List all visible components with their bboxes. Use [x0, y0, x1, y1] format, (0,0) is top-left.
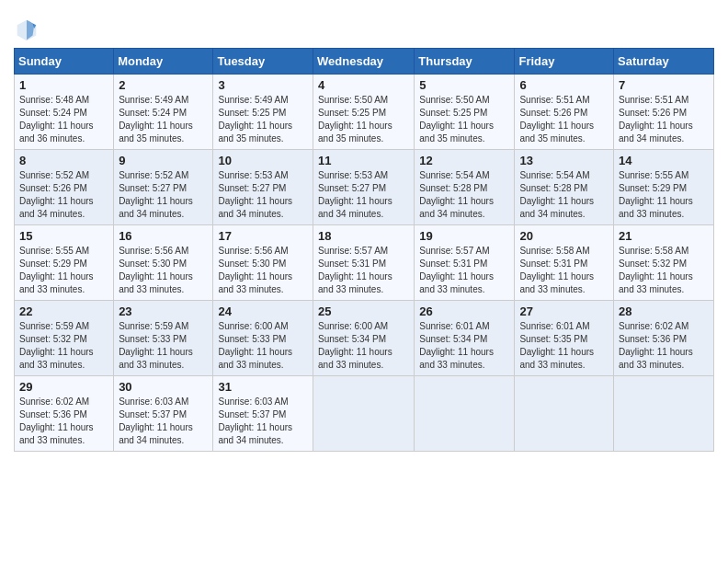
day-number: 5 [419, 78, 509, 92]
calendar-day-cell: 14Sunrise: 5:55 AMSunset: 5:29 PMDayligh… [614, 150, 714, 225]
day-number: 15 [19, 229, 108, 243]
day-info: Sunrise: 6:03 AMSunset: 5:37 PMDaylight:… [119, 396, 208, 447]
logo [14, 17, 43, 42]
day-info: Sunrise: 5:56 AMSunset: 5:30 PMDaylight:… [218, 245, 308, 296]
calendar-week-row: 8Sunrise: 5:52 AMSunset: 5:26 PMDaylight… [15, 150, 714, 225]
day-number: 13 [519, 154, 609, 167]
day-info: Sunrise: 5:48 AMSunset: 5:24 PMDaylight:… [19, 94, 108, 145]
calendar-day-cell: 27Sunrise: 6:01 AMSunset: 5:35 PMDayligh… [515, 301, 614, 376]
calendar-day-cell: 25Sunrise: 6:00 AMSunset: 5:34 PMDayligh… [313, 301, 415, 376]
day-info: Sunrise: 5:59 AMSunset: 5:32 PMDaylight:… [19, 320, 108, 372]
day-info: Sunrise: 5:55 AMSunset: 5:29 PMDaylight:… [19, 245, 108, 296]
day-number: 16 [119, 229, 208, 243]
calendar-day-cell: 13Sunrise: 5:54 AMSunset: 5:28 PMDayligh… [515, 150, 614, 225]
day-number: 10 [218, 154, 308, 167]
day-info: Sunrise: 5:52 AMSunset: 5:27 PMDaylight:… [119, 169, 208, 221]
calendar-day-cell: 2Sunrise: 5:49 AMSunset: 5:24 PMDaylight… [114, 75, 213, 150]
calendar-day-cell: 10Sunrise: 5:53 AMSunset: 5:27 PMDayligh… [213, 150, 313, 225]
day-info: Sunrise: 5:54 AMSunset: 5:28 PMDaylight:… [519, 169, 609, 221]
calendar-day-cell: 5Sunrise: 5:50 AMSunset: 5:25 PMDaylight… [415, 75, 515, 150]
day-number: 31 [218, 380, 308, 394]
day-info: Sunrise: 6:00 AMSunset: 5:34 PMDaylight:… [318, 320, 409, 372]
calendar-day-cell: 23Sunrise: 5:59 AMSunset: 5:33 PMDayligh… [114, 301, 213, 376]
day-info: Sunrise: 5:57 AMSunset: 5:31 PMDaylight:… [318, 245, 409, 296]
calendar-day-cell [614, 376, 714, 452]
calendar-week-row: 15Sunrise: 5:55 AMSunset: 5:29 PMDayligh… [15, 225, 714, 301]
calendar-day-cell [313, 376, 415, 452]
day-number: 21 [619, 229, 709, 243]
day-number: 1 [19, 78, 108, 92]
day-info: Sunrise: 5:51 AMSunset: 5:26 PMDaylight:… [619, 94, 709, 145]
day-number: 7 [619, 78, 709, 92]
day-info: Sunrise: 5:51 AMSunset: 5:26 PMDaylight:… [519, 94, 609, 145]
day-number: 14 [619, 154, 709, 167]
calendar-day-cell: 17Sunrise: 5:56 AMSunset: 5:30 PMDayligh… [213, 225, 313, 301]
header [14, 9, 714, 42]
day-info: Sunrise: 5:56 AMSunset: 5:30 PMDaylight:… [119, 245, 208, 296]
day-info: Sunrise: 5:52 AMSunset: 5:26 PMDaylight:… [19, 169, 108, 221]
calendar-table: SundayMondayTuesdayWednesdayThursdayFrid… [14, 48, 714, 452]
day-number: 30 [119, 380, 208, 394]
calendar-day-cell: 18Sunrise: 5:57 AMSunset: 5:31 PMDayligh… [313, 225, 415, 301]
day-info: Sunrise: 5:50 AMSunset: 5:25 PMDaylight:… [419, 94, 509, 145]
calendar-day-cell: 15Sunrise: 5:55 AMSunset: 5:29 PMDayligh… [15, 225, 114, 301]
calendar-day-cell: 22Sunrise: 5:59 AMSunset: 5:32 PMDayligh… [15, 301, 114, 376]
calendar-week-row: 22Sunrise: 5:59 AMSunset: 5:32 PMDayligh… [15, 301, 714, 376]
calendar-day-cell [515, 376, 614, 452]
day-info: Sunrise: 5:49 AMSunset: 5:25 PMDaylight:… [218, 94, 308, 145]
day-number: 4 [318, 78, 409, 92]
calendar-day-cell: 28Sunrise: 6:02 AMSunset: 5:36 PMDayligh… [614, 301, 714, 376]
header-day-friday: Friday [515, 49, 614, 75]
day-info: Sunrise: 6:00 AMSunset: 5:33 PMDaylight:… [218, 320, 308, 372]
day-info: Sunrise: 6:02 AMSunset: 5:36 PMDaylight:… [19, 396, 108, 447]
day-info: Sunrise: 5:49 AMSunset: 5:24 PMDaylight:… [119, 94, 208, 145]
calendar-day-cell: 9Sunrise: 5:52 AMSunset: 5:27 PMDaylight… [114, 150, 213, 225]
calendar-header-row: SundayMondayTuesdayWednesdayThursdayFrid… [15, 49, 714, 75]
day-info: Sunrise: 6:01 AMSunset: 5:34 PMDaylight:… [419, 320, 509, 372]
day-number: 12 [419, 154, 509, 167]
calendar-day-cell: 8Sunrise: 5:52 AMSunset: 5:26 PMDaylight… [15, 150, 114, 225]
day-info: Sunrise: 5:54 AMSunset: 5:28 PMDaylight:… [419, 169, 509, 221]
day-number: 9 [119, 154, 208, 167]
day-info: Sunrise: 6:02 AMSunset: 5:36 PMDaylight:… [619, 320, 709, 372]
calendar-day-cell: 7Sunrise: 5:51 AMSunset: 5:26 PMDaylight… [614, 75, 714, 150]
calendar-day-cell: 31Sunrise: 6:03 AMSunset: 5:37 PMDayligh… [213, 376, 313, 452]
day-info: Sunrise: 5:55 AMSunset: 5:29 PMDaylight:… [619, 169, 709, 221]
day-info: Sunrise: 5:57 AMSunset: 5:31 PMDaylight:… [419, 245, 509, 296]
day-info: Sunrise: 5:59 AMSunset: 5:33 PMDaylight:… [119, 320, 208, 372]
day-number: 24 [218, 304, 308, 318]
calendar-day-cell: 12Sunrise: 5:54 AMSunset: 5:28 PMDayligh… [415, 150, 515, 225]
day-number: 27 [519, 304, 609, 318]
day-number: 8 [19, 154, 108, 167]
day-number: 25 [318, 304, 409, 318]
day-number: 22 [19, 304, 108, 318]
day-number: 18 [318, 229, 409, 243]
header-day-tuesday: Tuesday [213, 49, 313, 75]
day-number: 3 [218, 78, 308, 92]
calendar-week-row: 1Sunrise: 5:48 AMSunset: 5:24 PMDaylight… [15, 75, 714, 150]
day-info: Sunrise: 5:53 AMSunset: 5:27 PMDaylight:… [218, 169, 308, 221]
day-number: 19 [419, 229, 509, 243]
calendar-day-cell: 26Sunrise: 6:01 AMSunset: 5:34 PMDayligh… [415, 301, 515, 376]
day-info: Sunrise: 5:58 AMSunset: 5:31 PMDaylight:… [519, 245, 609, 296]
day-info: Sunrise: 6:03 AMSunset: 5:37 PMDaylight:… [218, 396, 308, 447]
day-number: 2 [119, 78, 208, 92]
logo-icon [14, 17, 40, 42]
header-day-monday: Monday [114, 49, 213, 75]
calendar-day-cell: 16Sunrise: 5:56 AMSunset: 5:30 PMDayligh… [114, 225, 213, 301]
day-number: 17 [218, 229, 308, 243]
day-number: 29 [19, 380, 108, 394]
day-info: Sunrise: 5:58 AMSunset: 5:32 PMDaylight:… [619, 245, 709, 296]
calendar-day-cell [415, 376, 515, 452]
calendar-week-row: 29Sunrise: 6:02 AMSunset: 5:36 PMDayligh… [15, 376, 714, 452]
day-number: 28 [619, 304, 709, 318]
header-day-wednesday: Wednesday [313, 49, 415, 75]
header-day-sunday: Sunday [15, 49, 114, 75]
day-info: Sunrise: 5:53 AMSunset: 5:27 PMDaylight:… [318, 169, 409, 221]
day-number: 26 [419, 304, 509, 318]
day-info: Sunrise: 6:01 AMSunset: 5:35 PMDaylight:… [519, 320, 609, 372]
day-number: 23 [119, 304, 208, 318]
day-number: 20 [519, 229, 609, 243]
calendar-day-cell: 1Sunrise: 5:48 AMSunset: 5:24 PMDaylight… [15, 75, 114, 150]
calendar-day-cell: 11Sunrise: 5:53 AMSunset: 5:27 PMDayligh… [313, 150, 415, 225]
